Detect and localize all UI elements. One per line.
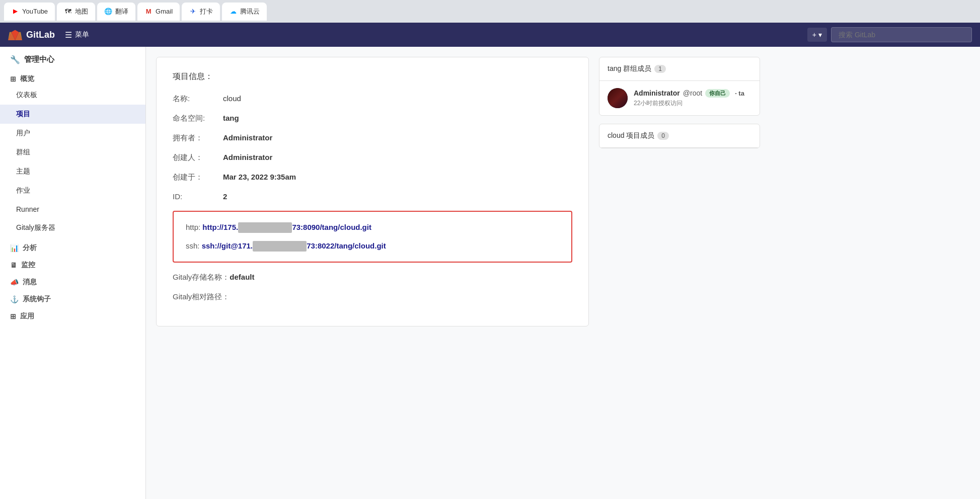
tab-daka-label: 打卡: [200, 7, 213, 16]
sidebar-monitor-label: 监控: [21, 261, 35, 270]
project-id-row: ID: 2: [173, 192, 572, 201]
http-url-blurred: ██████████: [238, 222, 292, 233]
member-row: Administrator @root 你自己 · ta 22小时前授权访问: [599, 81, 760, 115]
ssh-url-suffix: 73:8022/tang/cloud.git: [307, 241, 386, 250]
tab-gmail[interactable]: M Gmail: [137, 3, 180, 21]
sidebar: 🔧 管理中心 ⊞ 概览 仪表板 项目 用户 群组 主题 作业 Runner Gi…: [0, 47, 146, 499]
sidebar-item-users[interactable]: 用户: [0, 124, 145, 143]
project-name-label: 名称:: [173, 94, 223, 104]
youtube-icon: ▶: [11, 8, 19, 16]
topics-label: 主题: [16, 167, 30, 176]
jobs-label: 作业: [16, 186, 30, 195]
hamburger-icon: ☰: [65, 30, 72, 40]
tab-youtube[interactable]: ▶ YouTube: [4, 3, 55, 21]
sidebar-analytics-header[interactable]: 📊 分析: [0, 237, 145, 255]
project-name-value: cloud: [223, 94, 241, 103]
gitaly-storage-value: default: [230, 273, 254, 281]
monitor-icon: 🖥: [10, 261, 17, 269]
grid-icon: ⊞: [10, 75, 16, 83]
dashboard-label: 仪表板: [16, 91, 37, 100]
gitaly-storage-label: Gitaly存储名称：: [173, 273, 230, 282]
project-creator-row: 创建人： Administrator: [173, 153, 572, 162]
tab-translate[interactable]: 🌐 翻译: [97, 3, 135, 21]
sidebar-apps-label: 应用: [20, 312, 34, 321]
http-url-value: http://175.██████████73:8090/tang/cloud.…: [202, 223, 371, 231]
project-members-card: cloud 项目成员 0: [599, 124, 760, 148]
project-owner-row: 拥有者： Administrator: [173, 133, 572, 143]
sidebar-item-topics[interactable]: 主题: [0, 162, 145, 181]
apps-icon: ⊞: [10, 312, 16, 320]
group-members-title: tang 群组成员: [608, 64, 651, 73]
member-more: · ta: [733, 90, 746, 97]
project-creator-value: Administrator: [223, 153, 272, 161]
sidebar-overview-header[interactable]: ⊞ 概览: [0, 68, 145, 86]
sidebar-hooks-label: 系统钩子: [23, 295, 51, 304]
analytics-icon: 📊: [10, 244, 19, 252]
member-display-name: Administrator: [634, 89, 680, 97]
http-url-suffix: 73:8090/tang/cloud.git: [292, 223, 371, 231]
http-url-row: http: http://175.██████████73:8090/tang/…: [186, 222, 559, 233]
project-namespace-value: tang: [223, 114, 239, 122]
wrench-icon: 🔧: [10, 55, 20, 64]
hooks-icon: ⚓: [10, 295, 19, 303]
tab-daka[interactable]: ✈ 打卡: [182, 3, 220, 21]
nav-menu-label: 菜单: [75, 30, 89, 39]
runner-label: Runner: [16, 205, 39, 213]
sidebar-item-projects[interactable]: 项目: [0, 105, 145, 124]
tab-translate-label: 翻译: [115, 7, 128, 16]
sidebar-item-groups[interactable]: 群组: [0, 143, 145, 162]
sidebar-monitor-header[interactable]: 🖥 监控: [0, 255, 145, 272]
ssh-url-value: ssh://git@171.██████████73:8022/tang/clo…: [202, 241, 386, 250]
content-center: 项目信息： 名称: cloud 命名空间: tang 拥有者： Administ…: [156, 57, 589, 489]
sidebar-item-jobs[interactable]: 作业: [0, 181, 145, 200]
member-avatar: [608, 88, 628, 108]
maps-icon: 🗺: [64, 8, 72, 16]
tab-gmail-label: Gmail: [156, 8, 173, 15]
http-url-text: http://175.: [202, 223, 238, 231]
chevron-down-icon: ▾: [818, 31, 822, 39]
sidebar-overview-label: 概览: [20, 74, 34, 84]
tab-maps[interactable]: 🗺 地图: [57, 3, 95, 21]
sidebar-item-gitaly[interactable]: Gitaly服务器: [0, 218, 145, 237]
nav-plus-button[interactable]: + ▾: [807, 28, 827, 42]
app-layout: 🔧 管理中心 ⊞ 概览 仪表板 项目 用户 群组 主题 作业 Runner Gi…: [0, 47, 980, 499]
users-label: 用户: [16, 129, 30, 138]
translate-icon: 🌐: [104, 8, 112, 16]
gitlab-brand-name: GitLab: [26, 30, 55, 40]
sidebar-item-dashboard[interactable]: 仪表板: [0, 86, 145, 105]
gitlab-navbar: GitLab ☰ 菜单 + ▾: [0, 23, 980, 47]
group-members-card: tang 群组成员 1 Administrator @root 你自己 · ta: [599, 57, 760, 116]
project-created-label: 创建于：: [173, 173, 223, 182]
nav-menu-button[interactable]: ☰ 菜单: [61, 28, 93, 42]
project-creator-label: 创建人：: [173, 153, 223, 162]
tab-tencent[interactable]: ☁ 腾讯云: [222, 3, 267, 21]
project-name-row: 名称: cloud: [173, 94, 572, 104]
sidebar-admin-header: 🔧 管理中心: [0, 47, 145, 68]
project-members-title: cloud 项目成员: [608, 131, 654, 140]
browser-tabs-bar: ▶ YouTube 🗺 地图 🌐 翻译 M Gmail ✈ 打卡 ☁ 腾讯云: [0, 0, 980, 23]
project-id-value: 2: [223, 192, 227, 201]
tab-maps-label: 地图: [75, 7, 88, 16]
group-members-badge: 1: [654, 65, 666, 73]
search-input[interactable]: [831, 27, 972, 42]
project-owner-value: Administrator: [223, 133, 272, 142]
gmail-icon: M: [144, 8, 153, 16]
project-owner-label: 拥有者：: [173, 133, 223, 143]
sidebar-hooks-header[interactable]: ⚓ 系统钩子: [0, 289, 145, 306]
sidebar-item-runner[interactable]: Runner: [0, 200, 145, 218]
http-label: http:: [186, 223, 200, 231]
member-username: @root: [683, 89, 702, 97]
gitlab-logo[interactable]: GitLab: [8, 28, 55, 42]
nav-actions: + ▾: [807, 27, 972, 42]
member-info: Administrator @root 你自己 · ta 22小时前授权访问: [634, 89, 751, 108]
gitaly-storage-row: Gitaly存储名称： default: [173, 273, 572, 282]
plus-icon: +: [812, 31, 816, 39]
self-badge: 你自己: [705, 89, 730, 98]
content-right: tang 群组成员 1 Administrator @root 你自己 · ta: [599, 57, 760, 489]
group-members-header: tang 群组成员 1: [599, 57, 760, 81]
ssh-url-text: ssh://git@171.: [202, 241, 253, 250]
project-id-label: ID:: [173, 192, 223, 201]
sidebar-apps-header[interactable]: ⊞ 应用: [0, 306, 145, 323]
sidebar-messages-header[interactable]: 📣 消息: [0, 272, 145, 289]
project-created-value: Mar 23, 2022 9:35am: [223, 173, 296, 181]
